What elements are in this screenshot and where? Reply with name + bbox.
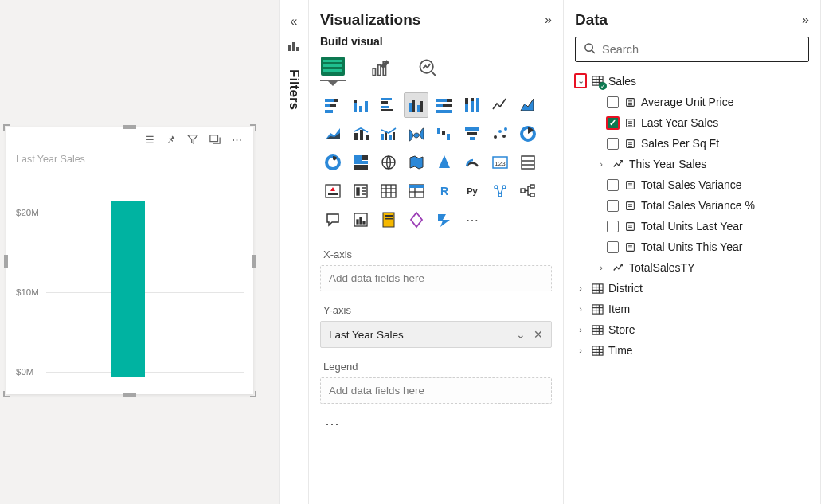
search-field[interactable] [602, 43, 800, 56]
resize-handle-bottom[interactable] [123, 393, 136, 397]
tree-table[interactable]: › Time [575, 340, 809, 361]
field-checkbox[interactable] [607, 117, 619, 129]
viz-more-icon[interactable]: ⋯ [459, 207, 484, 232]
tree-field[interactable]: Total Sales Variance % [575, 195, 809, 216]
tree-field[interactable]: Total Units Last Year [575, 216, 809, 236]
tree-table-sales[interactable]: ⌄ Sales [575, 70, 809, 92]
viz-matrix-icon[interactable] [404, 178, 428, 204]
resize-handle-right[interactable] [252, 255, 256, 268]
tree-field-last-year-sales[interactable]: Last Year Sales [575, 112, 809, 133]
field-checkbox[interactable] [607, 138, 619, 150]
field-checkbox[interactable] [607, 241, 619, 253]
viz-waterfall-icon[interactable] [432, 121, 456, 147]
resize-handle-top-left[interactable] [3, 124, 10, 131]
more-wells-icon[interactable]: ⋯ [320, 412, 552, 436]
viz-gauge-icon[interactable] [459, 150, 484, 175]
viz-stacked-column-icon[interactable] [348, 92, 373, 118]
viz-clustered-column-icon[interactable] [404, 92, 428, 118]
visual-container[interactable]: ☰ 📌︎ ⋯ Last Year Sales $20M $10M $0M [6, 127, 253, 394]
remove-field-icon[interactable]: ✕ [534, 328, 543, 341]
viz-paginated-report-icon[interactable] [376, 207, 401, 232]
field-checkbox[interactable] [607, 221, 619, 232]
resize-handle-bottom-left[interactable] [3, 391, 10, 397]
legend-field-well[interactable]: Add data fields here [320, 377, 552, 404]
filters-mini-icon[interactable] [287, 40, 300, 55]
resize-handle-bottom-right[interactable] [250, 391, 256, 397]
tree-field[interactable]: › TotalSalesTY [575, 257, 809, 278]
viz-clustered-bar-icon[interactable] [376, 92, 401, 118]
svg-rect-88 [530, 185, 534, 188]
chevron-right-icon[interactable]: › [575, 346, 586, 355]
viz-power-apps-icon[interactable] [404, 207, 428, 232]
viz-r-visual-icon[interactable]: R [432, 178, 456, 204]
viz-decomposition-tree-icon[interactable] [515, 178, 540, 204]
chevron-down-icon[interactable]: ⌄ [575, 74, 586, 88]
yaxis-field-well[interactable]: Last Year Sales ⌄ ✕ [320, 321, 552, 348]
search-input[interactable] [575, 37, 809, 62]
field-checkbox[interactable] [607, 179, 619, 191]
field-checkbox[interactable] [607, 96, 619, 108]
viz-slicer-icon[interactable] [348, 178, 373, 204]
viz-filled-map-icon[interactable] [404, 150, 428, 175]
report-canvas[interactable]: ☰ 📌︎ ⋯ Last Year Sales $20M $10M $0M [0, 0, 279, 504]
chevron-right-icon[interactable]: › [596, 159, 607, 169]
viz-qa-icon[interactable] [320, 207, 345, 232]
resize-handle-top-right[interactable] [250, 124, 256, 131]
viz-100-stacked-column-icon[interactable] [459, 92, 484, 118]
xaxis-field-well[interactable]: Add data fields here [320, 265, 552, 291]
viz-line-stacked-column-icon[interactable] [348, 121, 373, 147]
chart-bar[interactable] [111, 201, 145, 377]
drag-icon[interactable]: ☰ [145, 134, 154, 147]
viz-card-icon[interactable]: 123 [487, 150, 512, 175]
collapse-pane-icon[interactable]: » [545, 13, 552, 27]
viz-line-clustered-column-icon[interactable] [376, 121, 401, 147]
chevron-right-icon[interactable]: › [596, 263, 607, 272]
tree-table[interactable]: › Item [575, 299, 809, 319]
viz-smart-narrative-icon[interactable] [348, 207, 373, 232]
tree-table[interactable]: › District [575, 278, 809, 299]
resize-handle-left[interactable] [4, 255, 8, 268]
svg-rect-37 [471, 101, 474, 112]
viz-treemap-icon[interactable] [348, 150, 373, 175]
viz-line-icon[interactable] [487, 92, 512, 118]
viz-azure-map-icon[interactable] [432, 150, 456, 175]
viz-kpi-icon[interactable] [320, 178, 345, 204]
tree-field[interactable]: Total Units This Year [575, 236, 809, 257]
filter-icon[interactable] [187, 134, 198, 147]
chevron-right-icon[interactable]: › [575, 325, 586, 334]
viz-stacked-bar-icon[interactable] [320, 92, 345, 118]
viz-map-icon[interactable] [376, 150, 401, 175]
resize-handle-top[interactable] [123, 125, 136, 129]
more-icon[interactable]: ⋯ [232, 134, 242, 147]
viz-stacked-area-icon[interactable] [320, 121, 345, 147]
chevron-right-icon[interactable]: › [575, 304, 586, 314]
viz-area-icon[interactable] [515, 92, 540, 118]
tab-analytics[interactable] [416, 56, 441, 81]
tab-format-visual[interactable] [368, 56, 393, 81]
viz-table-icon[interactable] [376, 178, 401, 204]
focus-mode-icon[interactable] [209, 134, 221, 147]
tree-table[interactable]: › Store [575, 319, 809, 340]
tree-field[interactable]: Average Unit Price [575, 92, 809, 112]
viz-100-stacked-bar-icon[interactable] [432, 92, 456, 118]
viz-power-automate-icon[interactable] [432, 207, 456, 232]
viz-ribbon-icon[interactable] [404, 121, 428, 147]
filters-pane-collapsed[interactable]: « Filters [279, 0, 309, 504]
expand-left-icon[interactable]: « [291, 14, 298, 29]
viz-key-influencers-icon[interactable] [487, 178, 512, 204]
collapse-pane-icon[interactable]: » [802, 13, 809, 27]
viz-python-visual-icon[interactable]: Py [459, 178, 484, 204]
tree-field[interactable]: › This Year Sales [575, 154, 809, 174]
viz-donut-icon[interactable] [320, 150, 345, 175]
tree-field[interactable]: Total Sales Variance [575, 174, 809, 195]
field-checkbox[interactable] [607, 200, 619, 212]
chevron-right-icon[interactable]: › [575, 283, 586, 293]
viz-multirow-card-icon[interactable] [515, 150, 540, 175]
pin-icon[interactable]: 📌︎ [166, 134, 176, 147]
chevron-down-icon[interactable]: ⌄ [516, 328, 526, 341]
tree-field[interactable]: Sales Per Sq Ft [575, 133, 809, 154]
tab-build-visual[interactable] [320, 56, 346, 81]
viz-pie-icon[interactable] [515, 121, 540, 147]
viz-funnel-icon[interactable] [459, 121, 484, 147]
viz-scatter-icon[interactable] [487, 121, 512, 147]
